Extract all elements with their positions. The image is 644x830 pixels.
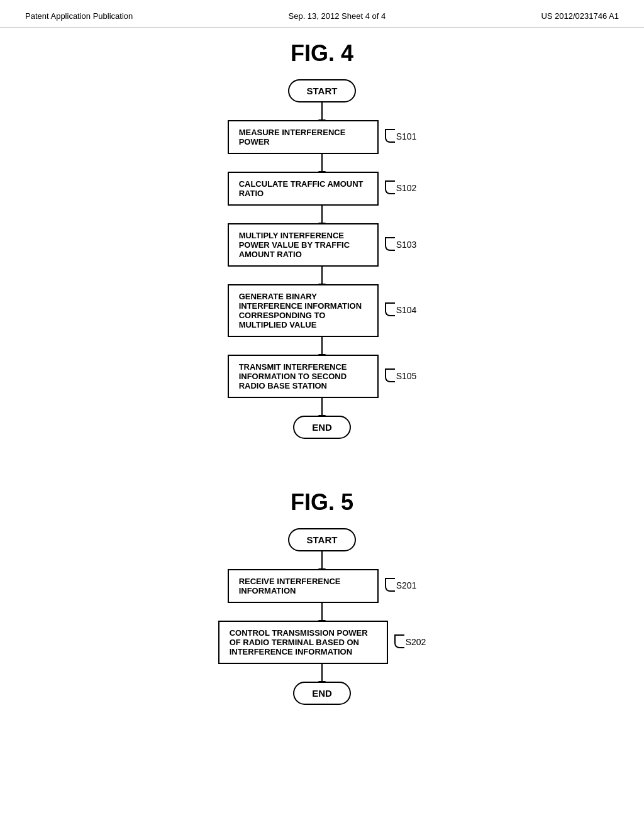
fig4-s103-label: S103 [385,238,417,252]
fig5-s201-row: RECEIVE INTERFERENCEINFORMATION S201 [228,569,417,603]
fig5-s202-row: CONTROL TRANSMISSION POWEROF RADIO TERMI… [218,621,426,664]
header-center: Sep. 13, 2012 Sheet 4 of 4 [289,11,386,21]
fig4-s102-process: CALCULATE TRAFFIC AMOUNTRATIO [228,172,379,206]
fig4-s104-row: GENERATE BINARYINTERFERENCE INFORMATIONC… [228,284,417,337]
fig4-s101-process: MEASURE INTERFERENCEPOWER [228,120,379,154]
fig5-title: FIG. 5 [291,489,353,516]
fig4-s104-process: GENERATE BINARYINTERFERENCE INFORMATIONC… [228,284,379,337]
fig4-s105-process: TRANSMIT INTERFERENCEINFORMATION TO SECO… [228,355,379,398]
arrow-fig5-3 [321,664,323,682]
fig5-start-row: START [288,528,357,551]
arrow-fig5-1 [321,551,323,569]
arrow-fig4-1 [321,102,323,120]
fig5-s201-process: RECEIVE INTERFERENCEINFORMATION [228,569,379,603]
fig5-end-terminal: END [293,682,351,705]
fig4-s105-row: TRANSMIT INTERFERENCEINFORMATION TO SECO… [228,355,417,398]
fig5-flowchart: START RECEIVE INTERFERENCEINFORMATION S2… [38,528,606,705]
fig4-end-row: END [293,416,351,439]
fig4-end-terminal: END [293,416,351,439]
arrow-fig4-2 [321,154,323,172]
fig4-start-terminal: START [288,79,357,102]
fig4-s101-label: S101 [385,130,417,144]
fig4-title: FIG. 4 [291,40,353,67]
page-header: Patent Application Publication Sep. 13, … [0,0,644,28]
fig4-s103-row: MULTIPLY INTERFERENCEPOWER VALUE BY TRAF… [228,223,417,267]
fig4-s102-row: CALCULATE TRAFFIC AMOUNTRATIO S102 [228,172,417,206]
fig5-s201-label: S201 [385,579,417,593]
fig4-s103-process: MULTIPLY INTERFERENCEPOWER VALUE BY TRAF… [228,223,379,267]
fig4-start-row: START [288,79,357,102]
fig4-s101-row: MEASURE INTERFERENCEPOWER S101 [228,120,417,154]
fig5-s202-process: CONTROL TRANSMISSION POWEROF RADIO TERMI… [218,621,388,664]
fig4-flowchart: START MEASURE INTERFERENCEPOWER S101 CAL… [38,79,606,439]
fig5-end-row: END [293,682,351,705]
fig4-s104-label: S104 [385,304,417,318]
header-right: US 2012/0231746 A1 [541,11,619,21]
header-left: Patent Application Publication [25,11,133,21]
fig4-s105-label: S105 [385,370,417,384]
fig5-start-terminal: START [288,528,357,551]
main-content: FIG. 4 START MEASURE INTERFERENCEPOWER S… [0,28,644,743]
fig5-s202-label: S202 [394,636,426,650]
fig4-s102-label: S102 [385,182,417,196]
arrow-fig4-4 [321,267,323,284]
arrow-fig4-6 [321,398,323,416]
arrow-fig5-2 [321,603,323,621]
arrow-fig4-3 [321,206,323,223]
arrow-fig4-5 [321,337,323,355]
